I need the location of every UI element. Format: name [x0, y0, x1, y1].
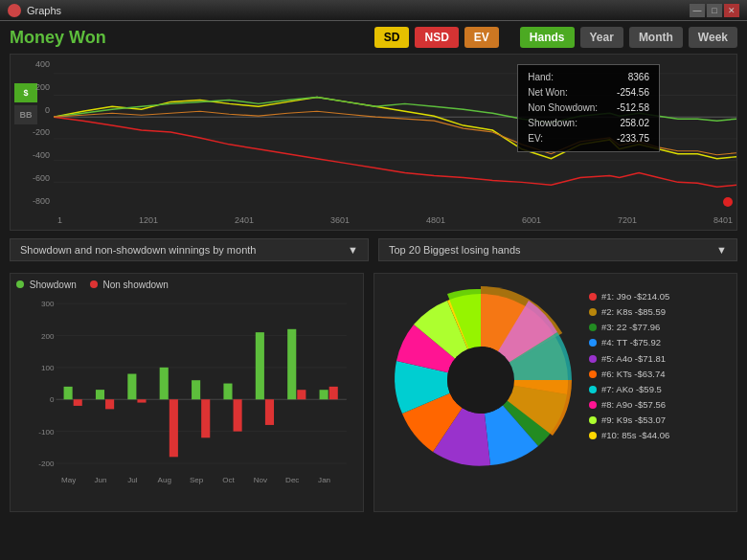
main-chart: $ BB 400 200 0 -200 -400 -600 -800: [10, 54, 737, 231]
svg-text:300: 300: [41, 300, 55, 308]
svg-rect-29: [223, 384, 232, 400]
hands-button[interactable]: Hands: [520, 27, 575, 48]
svg-text:100: 100: [41, 364, 55, 372]
svg-rect-19: [64, 387, 73, 399]
svg-point-47: [447, 347, 514, 414]
left-dropdown-arrow: ▼: [348, 244, 358, 256]
legend-item-4: #4: TT -$75.92: [589, 335, 669, 350]
legend-item-5: #5: A4o -$71.81: [589, 351, 669, 367]
maximize-button[interactable]: □: [707, 4, 722, 17]
legend-item-9: #9: K9s -$53.07: [589, 413, 669, 428]
x-axis: 1 1201 2401 3601 4801 6001 7201 8401: [54, 211, 736, 230]
svg-rect-21: [96, 390, 104, 399]
legend-item-6: #6: KTs -$63.74: [589, 367, 669, 382]
svg-text:May: May: [61, 476, 77, 484]
close-button[interactable]: ✕: [724, 4, 739, 17]
svg-text:Jun: Jun: [94, 476, 106, 484]
ev-button[interactable]: EV: [464, 27, 499, 48]
svg-text:200: 200: [41, 332, 55, 341]
svg-text:Oct: Oct: [222, 476, 235, 484]
svg-text:-200: -200: [38, 459, 55, 468]
legend-item-10: #10: 85s -$44.06: [589, 428, 669, 443]
bar-chart-panel: Showdown Non showdown 300 200 100: [10, 273, 364, 512]
y-axis: 400 200 0 -200 -400 -600 -800: [11, 55, 54, 211]
bar-chart-legend: Showdown Non showdown: [16, 280, 357, 290]
svg-rect-23: [127, 374, 136, 400]
svg-text:0: 0: [50, 395, 55, 404]
svg-rect-24: [137, 399, 146, 402]
svg-rect-31: [256, 332, 264, 399]
svg-rect-30: [234, 399, 242, 431]
svg-rect-20: [74, 399, 82, 406]
svg-text:-100: -100: [38, 428, 55, 437]
svg-rect-25: [160, 368, 169, 399]
week-button[interactable]: Week: [689, 27, 737, 48]
sd-button[interactable]: SD: [374, 27, 410, 48]
pie-chart-legend: #1: J9o -$214.05 #2: K8s -$85.59 #3: 22 …: [589, 280, 669, 505]
svg-rect-28: [201, 399, 210, 437]
minimize-button[interactable]: —: [690, 4, 705, 17]
app-icon: [8, 4, 21, 17]
title-bar: Graphs — □ ✕: [0, 0, 747, 21]
legend-item-7: #7: AKo -$59.5: [589, 382, 669, 397]
svg-rect-36: [329, 387, 338, 399]
svg-text:Jul: Jul: [127, 476, 138, 484]
left-dropdown[interactable]: Showdown and non-showdown winnings by mo…: [10, 238, 369, 261]
legend-item-8: #8: A9o -$57.56: [589, 397, 669, 413]
app-title: Graphs: [27, 5, 61, 16]
month-button[interactable]: Month: [629, 27, 683, 48]
money-won-title: Money Won: [10, 28, 106, 48]
svg-text:Nov: Nov: [254, 476, 268, 484]
svg-rect-22: [105, 399, 114, 409]
svg-rect-33: [287, 329, 296, 399]
nsd-button[interactable]: NSD: [415, 27, 458, 48]
right-dropdown[interactable]: Top 20 Biggest losing hands ▼: [378, 238, 737, 261]
svg-rect-27: [192, 380, 200, 399]
chart-tooltip: Hand: 8366 Net Won: -254.56 Non Showdown…: [517, 64, 660, 152]
year-button[interactable]: Year: [580, 27, 623, 48]
pie-chart-panel: #1: J9o -$214.05 #2: K8s -$85.59 #3: 22 …: [374, 273, 737, 512]
svg-rect-32: [265, 399, 274, 425]
svg-rect-35: [320, 390, 328, 399]
svg-text:Sep: Sep: [190, 476, 204, 484]
svg-text:Jan: Jan: [318, 476, 330, 484]
red-dot-indicator: [723, 197, 733, 207]
legend-item-1: #1: J9o -$214.05: [589, 289, 669, 304]
svg-text:Dec: Dec: [285, 476, 299, 484]
svg-rect-26: [170, 399, 178, 457]
legend-item-2: #2: K8s -$85.59: [589, 304, 669, 320]
legend-item-3: #3: 22 -$77.96: [589, 320, 669, 335]
right-dropdown-arrow: ▼: [716, 244, 727, 256]
svg-rect-34: [297, 390, 306, 399]
svg-text:Aug: Aug: [158, 476, 171, 484]
